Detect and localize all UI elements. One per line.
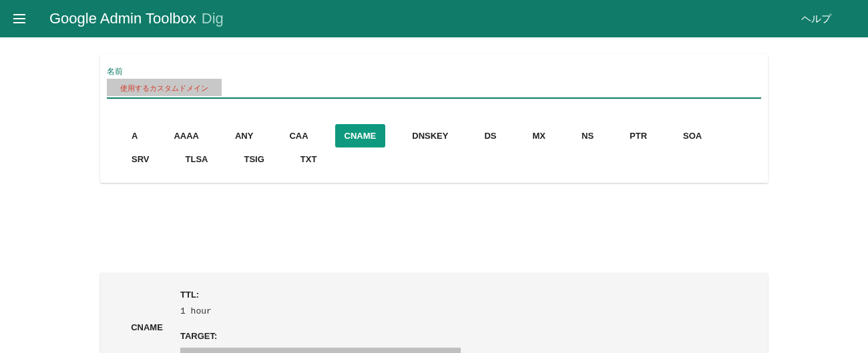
record-type-tsig[interactable]: TSIG xyxy=(234,147,273,171)
app-subtitle: Dig xyxy=(202,10,224,27)
record-type-a[interactable]: A xyxy=(122,124,147,147)
main-content: 名前 使用するカスタムドメイン AAAAAANYCAACNAMEDNSKEYDS… xyxy=(100,54,768,353)
record-type-ds[interactable]: DS xyxy=(475,124,505,147)
help-link[interactable]: ヘルプ xyxy=(801,13,831,25)
query-card: 名前 使用するカスタムドメイン AAAAAANYCAACNAMEDNSKEYDS… xyxy=(100,54,768,183)
record-type-tlsa[interactable]: TLSA xyxy=(176,147,218,171)
record-type-dnskey[interactable]: DNSKEY xyxy=(403,124,457,147)
record-type-ns[interactable]: NS xyxy=(572,124,603,147)
record-type-ptr[interactable]: PTR xyxy=(620,124,656,147)
record-type-soa[interactable]: SOA xyxy=(674,124,711,147)
ttl-label: TTL: xyxy=(180,290,754,300)
record-type-any[interactable]: ANY xyxy=(226,124,262,147)
record-type-cname[interactable]: CNAME xyxy=(335,124,386,147)
hamburger-menu-icon[interactable] xyxy=(13,11,29,27)
target-annotation-highlight: CNAME Contentにて表示されていた値 xyxy=(180,348,461,353)
app-header: Google Admin Toolbox Dig ヘルプ xyxy=(0,0,868,37)
record-type-list: AAAAAANYCAACNAMEDNSKEYDSMXNSPTRSOASRVTLS… xyxy=(107,99,761,183)
record-type-aaaa[interactable]: AAAA xyxy=(164,124,208,147)
domain-annotation-highlight: 使用するカスタムドメイン xyxy=(107,79,222,96)
record-type-srv[interactable]: SRV xyxy=(122,147,159,171)
domain-annotation-text: 使用するカスタムドメイン xyxy=(120,84,208,92)
name-field-label: 名前 xyxy=(107,66,761,77)
record-type-txt[interactable]: TXT xyxy=(291,147,327,171)
result-card: CNAME TTL: 1 hour TARGET: CNAME Contentに… xyxy=(100,273,768,353)
app-title: Google Admin Toolbox xyxy=(49,10,196,27)
target-label: TARGET: xyxy=(180,331,754,341)
domain-input[interactable]: 使用するカスタムドメイン xyxy=(107,79,761,96)
result-record-type: CNAME xyxy=(114,290,180,353)
ttl-value: 1 hour xyxy=(180,306,754,316)
record-type-caa[interactable]: CAA xyxy=(280,124,317,147)
record-type-mx[interactable]: MX xyxy=(523,124,556,147)
